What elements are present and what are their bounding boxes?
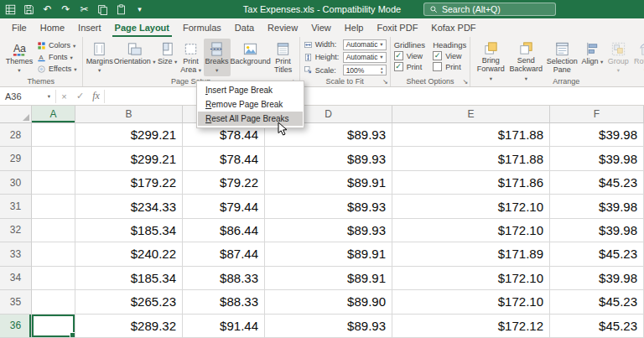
row-header-28[interactable]: 28 [0, 123, 32, 147]
tab-kofax-pdf[interactable]: Kofax PDF [424, 18, 482, 37]
cell-E30[interactable]: $171.86 [392, 171, 550, 195]
save-icon[interactable] [23, 3, 35, 16]
cell-C35[interactable]: $88.33 [183, 290, 265, 314]
cancel-icon[interactable]: × [56, 91, 72, 101]
cell-A33[interactable] [32, 242, 75, 266]
cell-E28[interactable]: $171.88 [392, 123, 550, 147]
effects-button[interactable]: Effects▾ [35, 64, 79, 75]
scale-to-fit-dialog-launcher-icon[interactable]: ↘ [382, 79, 388, 86]
cell-B31[interactable]: $234.33 [75, 195, 183, 218]
cell-B36[interactable]: $289.32 [75, 315, 183, 338]
cell-C33[interactable]: $87.44 [183, 242, 265, 266]
cell-D35[interactable]: $89.90 [265, 290, 392, 314]
margins-button[interactable]: Margins ▾ [86, 39, 113, 76]
cell-D31[interactable]: $89.93 [265, 195, 392, 218]
cell-D32[interactable]: $89.93 [265, 219, 392, 242]
formula-input[interactable] [105, 87, 644, 105]
cell-B28[interactable]: $299.21 [75, 123, 183, 147]
menu-item-remove-page-break[interactable]: Remove Page Break [198, 97, 303, 112]
headings-view-checkbox[interactable]: ✓View [433, 51, 466, 60]
enter-icon[interactable]: ✓ [72, 91, 88, 101]
cell-C36[interactable]: $91.44 [183, 315, 265, 338]
cell-F36[interactable]: $45.23 [550, 315, 644, 338]
column-header-f[interactable]: F [550, 106, 644, 123]
cell-A31[interactable] [32, 195, 75, 218]
select-all-corner[interactable] [0, 106, 32, 123]
name-box[interactable]: A36 ▾ [0, 87, 55, 105]
row-header-33[interactable]: 33 [0, 242, 32, 266]
cell-A35[interactable] [32, 290, 75, 314]
row-header-29[interactable]: 29 [0, 147, 32, 170]
cell-F31[interactable]: $39.98 [550, 195, 644, 218]
cell-C32[interactable]: $86.44 [183, 219, 265, 242]
column-header-a[interactable]: A [32, 106, 75, 123]
cell-F28[interactable]: $39.98 [550, 123, 644, 147]
copy-icon[interactable] [96, 3, 109, 16]
tab-view[interactable]: View [304, 18, 338, 37]
tab-data[interactable]: Data [228, 18, 261, 37]
row-header-32[interactable]: 32 [0, 219, 32, 242]
menu-item-reset-all-page-breaks[interactable]: Reset All Page Breaks [198, 112, 303, 126]
cell-A29[interactable] [32, 147, 75, 170]
cell-E36[interactable]: $172.12 [392, 315, 550, 338]
cell-E32[interactable]: $172.10 [392, 219, 550, 242]
cell-C29[interactable]: $78.44 [183, 147, 265, 170]
tab-insert[interactable]: Insert [71, 18, 108, 37]
cell-D33[interactable]: $89.91 [265, 242, 392, 266]
height-dropdown[interactable]: Automatic▾ [343, 52, 387, 63]
customize-toolbar-icon[interactable]: ▾ [133, 3, 146, 16]
cell-D34[interactable]: $89.91 [265, 267, 392, 290]
cell-F29[interactable]: $39.98 [550, 147, 644, 170]
tab-foxit-pdf[interactable]: Foxit PDF [370, 18, 424, 37]
cell-E34[interactable]: $172.10 [392, 267, 550, 290]
sheet-options-dialog-launcher-icon[interactable]: ↘ [463, 79, 469, 86]
cell-B30[interactable]: $179.22 [75, 171, 183, 195]
cell-E31[interactable]: $172.10 [392, 195, 550, 218]
tab-file[interactable]: File [5, 18, 34, 37]
row-header-35[interactable]: 35 [0, 290, 32, 314]
cell-B33[interactable]: $240.22 [75, 242, 183, 266]
size-button[interactable]: Size ▾ [157, 39, 179, 76]
scale-input[interactable]: 100%▴▾ [343, 65, 387, 75]
column-header-e[interactable]: E [392, 106, 550, 123]
cell-C30[interactable]: $79.22 [183, 171, 265, 195]
row-header-31[interactable]: 31 [0, 195, 32, 218]
bring-forward-button[interactable]: Bring Forward ▾ [474, 39, 507, 76]
cell-D30[interactable]: $89.91 [265, 171, 392, 195]
cell-C31[interactable]: $79.44 [183, 195, 265, 218]
cell-B34[interactable]: $185.34 [75, 267, 183, 290]
column-header-b[interactable]: B [75, 106, 183, 123]
cell-A30[interactable] [32, 171, 75, 195]
cell-F33[interactable]: $45.23 [550, 242, 644, 266]
cell-B35[interactable]: $265.23 [75, 290, 183, 314]
gridlines-print-checkbox[interactable]: ✓Print [394, 62, 426, 71]
gridlines-view-checkbox[interactable]: ✓View [394, 51, 426, 60]
cell-B32[interactable]: $185.34 [75, 219, 183, 242]
tab-review[interactable]: Review [261, 18, 304, 37]
selection-pane-button[interactable]: Selection Pane [544, 39, 579, 76]
redo-icon[interactable]: ↷ [60, 3, 72, 16]
cell-D29[interactable]: $89.93 [265, 147, 392, 170]
width-dropdown[interactable]: Automatic▾ [343, 39, 387, 50]
cell-C34[interactable]: $88.33 [183, 267, 265, 290]
cell-D36[interactable]: $89.93 [265, 315, 392, 338]
background-button[interactable]: Background [231, 39, 271, 76]
cell-E35[interactable]: $172.10 [392, 290, 550, 314]
cell-F30[interactable]: $45.23 [550, 171, 644, 195]
print-area-button[interactable]: Print Area ▾ [179, 39, 204, 76]
undo-icon[interactable]: ↶ [41, 3, 54, 16]
cell-F32[interactable]: $39.98 [550, 219, 644, 242]
menu-item-insert-page-break[interactable]: Insert Page Break [198, 83, 303, 97]
row-header-36[interactable]: 36 [0, 315, 32, 338]
cell-A32[interactable] [32, 219, 75, 242]
tab-help[interactable]: Help [338, 18, 371, 37]
cell-F35[interactable]: $45.23 [550, 290, 644, 314]
breaks-button[interactable]: Breaks ▾ [204, 39, 231, 76]
headings-print-checkbox[interactable]: Print [433, 62, 466, 71]
cell-A36[interactable] [32, 315, 75, 338]
row-header-30[interactable]: 30 [0, 171, 32, 195]
colors-button[interactable]: Colors▾ [35, 40, 79, 51]
align-button[interactable]: Align ▾ [579, 39, 605, 76]
paste-icon[interactable] [115, 3, 127, 16]
tab-formulas[interactable]: Formulas [176, 18, 228, 37]
